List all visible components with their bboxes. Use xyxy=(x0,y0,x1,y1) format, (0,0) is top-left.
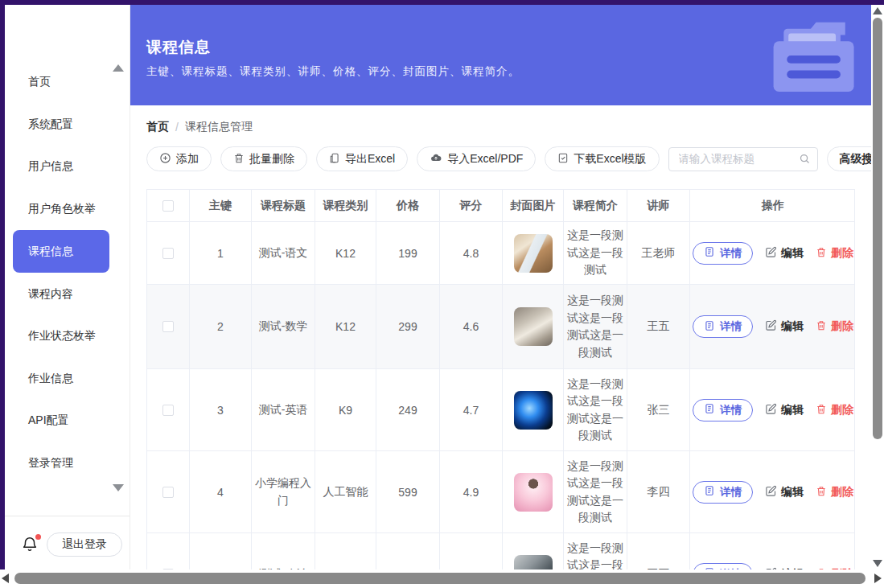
horizontal-scrollbar xyxy=(0,569,884,588)
scroll-right-arrow-icon[interactable] xyxy=(874,574,882,583)
row-checkbox[interactable] xyxy=(162,321,174,332)
cell-intro: 这是一段测试这是一段测试这是一段测试 xyxy=(564,369,627,450)
sidebar-item-8[interactable]: API配置 xyxy=(5,400,130,442)
column-header: 评分 xyxy=(440,190,503,221)
delete-button[interactable]: 删除 xyxy=(816,319,853,334)
trash-icon xyxy=(816,403,827,417)
sidebar-item-label: 系统配置 xyxy=(28,117,73,132)
search-icon xyxy=(799,153,811,168)
column-header: 课程简介 xyxy=(564,190,627,221)
document-icon xyxy=(704,320,715,334)
edit-button[interactable]: 编辑 xyxy=(765,485,804,500)
cell-score: 4.8 xyxy=(440,222,503,284)
cell-price: 599 xyxy=(376,451,440,532)
edit-button[interactable]: 编辑 xyxy=(765,246,804,261)
cloud-upload-icon xyxy=(430,152,442,166)
sidebar-item-0[interactable]: 首页 xyxy=(5,61,130,104)
detail-button[interactable]: 详情 xyxy=(693,481,753,504)
detail-button[interactable]: 详情 xyxy=(693,399,753,421)
cell-category: K12 xyxy=(315,285,376,368)
cell-teacher: 张三 xyxy=(627,369,690,450)
select-all-checkbox[interactable] xyxy=(162,200,174,212)
doc-check-icon xyxy=(557,152,569,167)
trash-icon xyxy=(816,319,827,334)
page-title: 课程信息 xyxy=(146,37,211,58)
cover-image xyxy=(514,234,553,273)
search-input[interactable] xyxy=(668,147,818,171)
sidebar-item-label: 用户信息 xyxy=(28,159,73,174)
sidebar-item-3[interactable]: 用户角色枚举 xyxy=(5,188,130,231)
delete-button[interactable]: 删除 xyxy=(816,403,853,417)
detail-button[interactable]: 详情 xyxy=(693,242,753,265)
table-row: 3测试-英语K92494.7这是一段测试这是一段测试这是一段测试张三详情编辑删除 xyxy=(147,369,854,451)
edit-button[interactable]: 编辑 xyxy=(765,319,804,334)
scroll-up-arrow-icon[interactable] xyxy=(873,7,882,14)
column-header: 封面图片 xyxy=(503,190,564,221)
edit-button[interactable]: 编辑 xyxy=(765,403,804,417)
add-button[interactable]: 添加 xyxy=(146,146,212,171)
cell-id: 3 xyxy=(190,369,252,450)
cell-category: K12 xyxy=(315,222,376,284)
cell-intro: 这是一段测试这是一段测试这是一段测试 xyxy=(564,285,627,368)
breadcrumb-home[interactable]: 首页 xyxy=(146,120,169,134)
cell-actions: 详情编辑删除 xyxy=(690,451,856,532)
breadcrumb-separator: / xyxy=(175,121,179,134)
sidebar-item-9[interactable]: 登录管理 xyxy=(5,442,130,485)
course-table: 主键课程标题课程类别价格评分封面图片课程简介讲师操作1测试-语文K121994.… xyxy=(146,189,855,588)
sidebar-item-label: 课程内容 xyxy=(28,287,73,302)
download-template-button[interactable]: 下载Excel模版 xyxy=(545,146,659,171)
import-excel-button[interactable]: 导入Excel/PDF xyxy=(417,146,536,171)
scroll-down-arrow-icon[interactable] xyxy=(873,560,882,567)
delete-button[interactable]: 删除 xyxy=(816,246,853,261)
search-box xyxy=(668,147,818,171)
document-icon xyxy=(704,403,715,417)
batch-delete-button[interactable]: 批量删除 xyxy=(220,146,307,171)
row-select-cell xyxy=(147,369,190,450)
sidebar-item-7[interactable]: 作业信息 xyxy=(5,358,130,401)
toolbar: 添加 批量删除 导出Excel 导入Excel/PDF 下载Excel模版 高级… xyxy=(146,146,884,171)
row-checkbox[interactable] xyxy=(162,248,174,259)
horizontal-scrollbar-thumb[interactable] xyxy=(14,573,865,584)
vertical-scrollbar xyxy=(871,5,884,588)
row-checkbox[interactable] xyxy=(162,487,174,498)
sidebar-item-1[interactable]: 系统配置 xyxy=(5,104,130,146)
logout-button[interactable]: 退出登录 xyxy=(47,532,122,557)
sidebar-item-label: 登录管理 xyxy=(28,456,73,471)
cell-id: 2 xyxy=(190,285,252,368)
vertical-scrollbar-thumb[interactable] xyxy=(873,18,882,439)
sidebar-item-4[interactable]: 课程信息 xyxy=(13,230,109,273)
cell-category: K9 xyxy=(315,369,376,450)
export-doc-icon xyxy=(329,152,340,167)
sidebar-scroll-down-icon[interactable] xyxy=(113,484,124,491)
sidebar-item-6[interactable]: 作业状态枚举 xyxy=(5,315,130,358)
bell-icon[interactable] xyxy=(21,536,40,555)
cell-id: 1 xyxy=(190,222,252,284)
sidebar-item-5[interactable]: 课程内容 xyxy=(5,273,130,315)
sidebar-item-2[interactable]: 用户信息 xyxy=(5,146,130,188)
cell-intro: 这是一段测试这是一段测试 xyxy=(564,222,627,284)
table-header-row: 主键课程标题课程类别价格评分封面图片课程简介讲师操作 xyxy=(147,190,854,222)
cell-intro: 这是一段测试这是一段测试这是一段测试 xyxy=(564,451,627,532)
cell-title: 测试-数学 xyxy=(252,285,315,368)
row-checkbox[interactable] xyxy=(162,405,174,416)
sidebar: 首页系统配置用户信息用户角色枚举课程信息课程内容作业状态枚举作业信息API配置登… xyxy=(5,5,130,588)
row-select-cell xyxy=(147,451,190,532)
detail-button[interactable]: 详情 xyxy=(693,315,753,338)
notification-badge xyxy=(35,534,41,540)
page-subtitle: 主键、课程标题、课程类别、讲师、价格、评分、封面图片、课程简介。 xyxy=(146,64,520,79)
cell-score: 4.7 xyxy=(440,369,503,450)
delete-button[interactable]: 删除 xyxy=(816,485,853,500)
scroll-left-arrow-icon[interactable] xyxy=(2,574,9,583)
cell-title: 测试-语文 xyxy=(252,222,315,284)
export-excel-button[interactable]: 导出Excel xyxy=(316,146,408,171)
cell-actions: 详情编辑删除 xyxy=(690,369,856,450)
edit-pencil-icon xyxy=(765,485,777,500)
trash-icon xyxy=(816,246,827,261)
cell-cover xyxy=(503,369,564,450)
sidebar-item-label: 作业状态枚举 xyxy=(28,329,96,343)
cell-price: 199 xyxy=(376,222,440,284)
cover-image xyxy=(514,307,553,346)
column-header: 课程标题 xyxy=(252,190,315,221)
circle-plus-icon xyxy=(159,152,171,167)
row-select-cell xyxy=(147,285,190,368)
